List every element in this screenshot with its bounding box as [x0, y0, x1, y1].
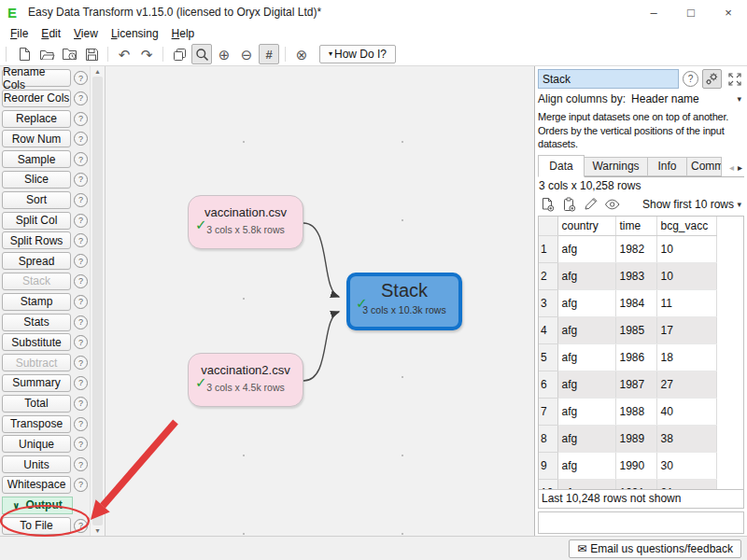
node-stack-selected[interactable]: ✓ Stack 3 cols x 10.3k rows	[346, 273, 462, 330]
scroll-up-icon[interactable]: ▲	[94, 68, 101, 75]
gears-icon[interactable]	[702, 69, 722, 89]
table-cell[interactable]: 17	[656, 316, 716, 343]
sidebar-button-summary[interactable]: Summary	[2, 374, 71, 392]
scrollbar-thumb[interactable]	[92, 77, 103, 525]
node-vaccination-csv[interactable]: ✓ vaccination.csv 3 cols x 5.8k rows	[188, 195, 303, 249]
table-cell[interactable]: 1982	[615, 235, 656, 262]
column-header-time[interactable]: time	[615, 217, 656, 236]
node-vaccination2-csv[interactable]: ✓ vaccination2.csv 3 cols x 4.5k rows	[188, 353, 303, 407]
table-cell[interactable]: afg	[557, 452, 615, 479]
tab-warnings[interactable]: Warnings	[585, 157, 648, 176]
help-icon[interactable]: ?	[74, 315, 88, 329]
table-row[interactable]: 6afg198727	[539, 371, 716, 398]
row-number-cell[interactable]: 6	[539, 371, 557, 398]
help-icon[interactable]: ?	[74, 91, 88, 105]
flow-canvas[interactable]: ✓ vaccination.csv 3 cols x 5.8k rows ✓ v…	[106, 66, 534, 536]
zoom-in-button[interactable]: ⊕	[214, 44, 234, 64]
close-button[interactable]: ×	[710, 0, 747, 24]
table-cell[interactable]: 10	[656, 235, 716, 262]
table-cell[interactable]: afg	[557, 425, 615, 452]
table-row[interactable]: 9afg199030	[539, 452, 716, 479]
align-columns-select[interactable]: Header name ▾	[628, 92, 744, 105]
table-cell[interactable]: 1989	[615, 425, 656, 452]
sidebar-button-units[interactable]: Units	[2, 455, 71, 473]
sidebar-button-reorder-cols[interactable]: Reorder Cols	[2, 90, 71, 107]
table-cell[interactable]: afg	[557, 343, 615, 371]
sidebar-button-whitespace[interactable]: Whitespace	[2, 476, 71, 494]
help-icon[interactable]: ?	[74, 193, 88, 207]
table-cell[interactable]: 1983	[615, 262, 656, 289]
table-cell[interactable]: 18	[656, 343, 716, 371]
sidebar-button-stack[interactable]: Stack	[2, 273, 71, 290]
help-icon[interactable]: ?	[74, 457, 88, 471]
table-row[interactable]: 3afg198411	[539, 289, 716, 316]
table-row[interactable]: 10afg199121	[539, 479, 716, 489]
row-number-cell[interactable]: 1	[539, 235, 557, 262]
how-do-i-button[interactable]: ▾ How Do I?	[319, 45, 396, 63]
sidebar-button-unique[interactable]: Unique	[2, 435, 71, 453]
help-icon[interactable]: ?	[74, 519, 88, 533]
scroll-down-icon[interactable]: ▼	[94, 527, 101, 534]
show-rows-select[interactable]: Show first 10 rows ▾	[640, 198, 744, 211]
table-row[interactable]: 2afg198310	[539, 262, 716, 289]
sidebar-button-rename-cols[interactable]: Rename Cols	[2, 69, 71, 87]
table-row[interactable]: 1afg198210	[539, 235, 716, 262]
sidebar-button-slice[interactable]: Slice	[2, 171, 71, 189]
transform-name-input[interactable]	[538, 69, 679, 89]
email-feedback-button[interactable]: ✉ Email us questions/feedback	[569, 539, 741, 558]
table-cell[interactable]: 27	[656, 371, 716, 398]
tabs-scroll-right-icon[interactable]: ▸	[736, 162, 744, 176]
data-table[interactable]: countrytimebcg_vacc 1afg1982102afg198310…	[539, 217, 717, 490]
sidebar-button-row-num[interactable]: Row Num	[2, 130, 71, 147]
sidebar-button-sample[interactable]: Sample	[2, 150, 71, 168]
table-cell[interactable]: afg	[557, 289, 615, 316]
sidebar-button-stats[interactable]: Stats	[2, 314, 71, 331]
sidebar-button-replace[interactable]: Replace	[2, 110, 71, 128]
help-icon[interactable]: ?	[74, 417, 88, 431]
sidebar-button-stamp[interactable]: Stamp	[2, 293, 71, 311]
menu-edit[interactable]: Edit	[35, 25, 67, 42]
tab-info[interactable]: Info	[648, 157, 687, 176]
row-number-cell[interactable]: 9	[539, 452, 557, 479]
help-icon[interactable]: ?	[74, 274, 88, 288]
row-number-cell[interactable]: 5	[539, 343, 557, 371]
sidebar-section-output[interactable]: ∨ Output	[2, 497, 73, 514]
table-cell[interactable]: afg	[557, 235, 615, 262]
table-cell[interactable]: 1988	[615, 398, 656, 425]
menu-view[interactable]: View	[67, 25, 105, 42]
sidebar-button-split-rows[interactable]: Split Rows	[2, 231, 71, 249]
toggle-grid-button[interactable]: #	[259, 44, 279, 64]
help-icon[interactable]: ?	[74, 132, 88, 146]
sidebar-button-spread[interactable]: Spread	[2, 252, 71, 270]
table-cell[interactable]: 1984	[615, 289, 656, 316]
help-icon[interactable]: ?	[74, 356, 88, 370]
new-project-button[interactable]	[14, 44, 35, 64]
table-cell[interactable]: 38	[656, 425, 716, 452]
sidebar-button-transpose[interactable]: Transpose	[2, 415, 71, 433]
table-row[interactable]: 5afg198618	[539, 343, 716, 371]
help-icon[interactable]: ?	[74, 214, 88, 228]
table-cell[interactable]: 10	[656, 262, 716, 289]
menu-licensing[interactable]: Licensing	[105, 25, 165, 42]
help-icon[interactable]: ?	[74, 112, 88, 126]
sidebar-button-split-col[interactable]: Split Col	[2, 212, 71, 230]
table-cell[interactable]: afg	[557, 316, 615, 343]
duplicate-button[interactable]	[169, 44, 190, 64]
sidebar-button-subtract[interactable]: Subtract	[2, 354, 71, 371]
paste-data-icon[interactable]	[559, 194, 579, 214]
table-cell[interactable]: afg	[557, 479, 615, 489]
redo-button[interactable]: ↷	[136, 44, 157, 64]
table-cell[interactable]: afg	[557, 371, 615, 398]
table-cell[interactable]: 11	[656, 289, 716, 316]
open-recent-button[interactable]	[59, 44, 79, 64]
table-row[interactable]: 8afg198938	[539, 425, 716, 452]
help-icon[interactable]: ?	[74, 478, 88, 492]
help-icon[interactable]: ?	[74, 437, 88, 451]
minimize-button[interactable]: –	[635, 0, 672, 24]
help-icon[interactable]: ?	[74, 376, 88, 390]
table-cell[interactable]: 40	[656, 398, 716, 425]
help-icon[interactable]: ?	[74, 233, 88, 247]
help-icon[interactable]: ?	[74, 335, 88, 349]
row-number-cell[interactable]: 10	[539, 479, 557, 489]
help-icon[interactable]: ?	[74, 71, 88, 85]
